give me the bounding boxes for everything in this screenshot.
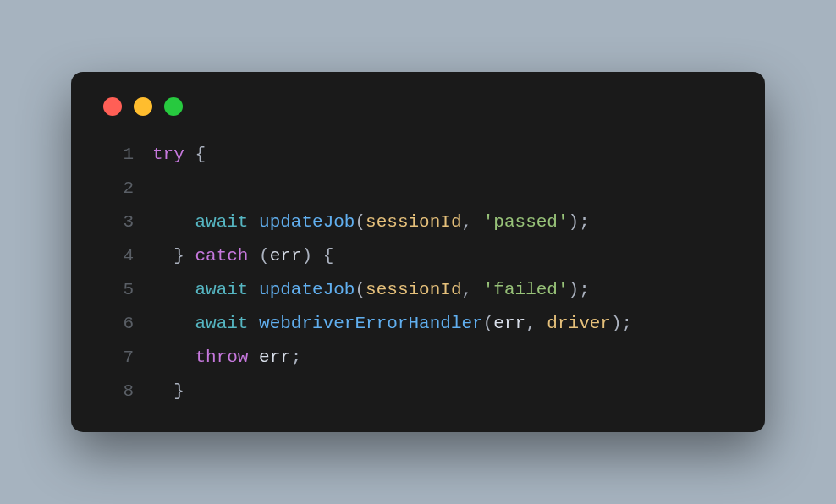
code-content: await updateJob(sessionId, 'failed'); <box>152 273 590 307</box>
indent <box>152 280 195 299</box>
keyword-throw: throw <box>195 348 248 367</box>
brace-close: } <box>173 246 184 266</box>
param-err: err <box>493 314 525 333</box>
indent <box>152 212 195 232</box>
code-content: } catch (err) { <box>152 239 333 273</box>
keyword-await: await <box>195 280 248 299</box>
space <box>184 246 195 266</box>
indent <box>152 348 195 367</box>
brace-open: { <box>312 246 333 266</box>
param-driver: driver <box>547 314 611 333</box>
space <box>248 280 259 299</box>
paren-close: ) <box>569 212 580 232</box>
line-number: 2 <box>100 172 134 205</box>
brace-close: } <box>173 381 184 401</box>
line-number: 8 <box>100 375 134 408</box>
function-updateJob: updateJob <box>259 212 355 232</box>
code-line: 3 await updateJob(sessionId, 'passed'); <box>100 205 736 239</box>
paren-open: ( <box>483 314 494 333</box>
paren-open: ( <box>355 280 366 299</box>
code-content: throw err; <box>152 341 301 375</box>
comma: , <box>462 212 483 232</box>
indent <box>152 381 173 401</box>
code-content: await updateJob(sessionId, 'passed'); <box>152 205 590 239</box>
semicolon: ; <box>579 280 590 299</box>
string-passed: 'passed' <box>483 212 569 232</box>
semicolon: ; <box>291 348 302 367</box>
code-content: } <box>152 375 184 408</box>
param-sessionId: sessionId <box>366 280 461 299</box>
code-line: 1 try { <box>100 138 736 172</box>
maximize-icon[interactable] <box>164 97 183 116</box>
identifier-err: err <box>259 348 291 367</box>
paren-open: ( <box>259 246 270 266</box>
space <box>248 314 259 333</box>
semicolon: ; <box>579 212 590 232</box>
keyword-await: await <box>195 212 248 232</box>
keyword-try: try <box>152 145 184 164</box>
line-number: 1 <box>100 138 134 172</box>
code-content: await webdriverErrorHandler(err, driver)… <box>152 307 632 341</box>
code-line: 8 } <box>100 375 736 408</box>
string-failed: 'failed' <box>483 280 569 299</box>
param-err: err <box>270 246 302 266</box>
paren-close: ) <box>301 246 312 266</box>
param-sessionId: sessionId <box>366 212 461 232</box>
code-line: 6 await webdriverErrorHandler(err, drive… <box>100 307 736 341</box>
brace: { <box>184 145 206 164</box>
function-updateJob: updateJob <box>259 280 355 299</box>
code-line: 7 throw err; <box>100 341 736 375</box>
semicolon: ; <box>622 314 633 333</box>
space <box>248 246 259 266</box>
keyword-await: await <box>195 314 248 333</box>
code-line: 2 <box>100 172 736 205</box>
space <box>248 212 259 232</box>
paren-open: ( <box>355 212 366 232</box>
line-number: 7 <box>100 341 134 375</box>
minimize-icon[interactable] <box>134 97 152 116</box>
code-window: 1 try { 2 3 await updateJob(sessionId, '… <box>71 72 765 431</box>
indent <box>152 246 173 266</box>
window-controls <box>100 97 736 116</box>
line-number: 3 <box>100 205 134 239</box>
line-number: 4 <box>100 239 134 273</box>
code-content: try { <box>152 138 206 172</box>
paren-close: ) <box>611 314 622 333</box>
paren-close: ) <box>569 280 580 299</box>
comma: , <box>462 280 483 299</box>
code-line: 4 } catch (err) { <box>100 239 736 273</box>
function-webdriverErrorHandler: webdriverErrorHandler <box>259 314 483 333</box>
comma: , <box>525 314 547 333</box>
indent <box>152 314 195 333</box>
space <box>248 348 259 367</box>
code-line: 5 await updateJob(sessionId, 'failed'); <box>100 273 736 307</box>
line-number: 5 <box>100 273 134 307</box>
close-icon[interactable] <box>103 97 122 116</box>
keyword-catch: catch <box>195 246 248 266</box>
code-block[interactable]: 1 try { 2 3 await updateJob(sessionId, '… <box>100 138 736 408</box>
line-number: 6 <box>100 307 134 341</box>
